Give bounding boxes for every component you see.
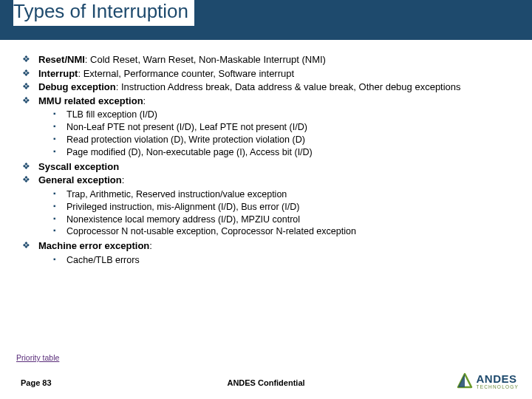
item-bold: Syscall exception bbox=[38, 161, 119, 172]
item-bold: MMU related exception bbox=[38, 95, 143, 106]
sub-item: Nonexistence local memory address (I/D),… bbox=[53, 214, 516, 226]
logo-brand: ANDES bbox=[476, 372, 516, 385]
page-title: Types of Interruption bbox=[13, 0, 194, 26]
item-bold: Interrupt bbox=[38, 68, 78, 79]
item-bold: Debug exception bbox=[38, 81, 116, 92]
priority-table-link[interactable]: Priority table bbox=[16, 353, 59, 362]
content-area: Reset/NMI: Cold Reset, Warn Reset, Non-M… bbox=[0, 40, 532, 267]
list-item: Syscall exception bbox=[22, 160, 516, 174]
sub-item: Page modified (D), Non-executable page (… bbox=[53, 146, 516, 159]
main-list: Reset/NMI: Cold Reset, Warn Reset, Non-M… bbox=[16, 53, 516, 267]
sub-item: Non-Leaf PTE not present (I/D), Leaf PTE… bbox=[53, 121, 516, 134]
page-number: Page 83 bbox=[21, 378, 52, 387]
sub-item: Read protection violation (D), Write pro… bbox=[53, 134, 516, 146]
item-rest: : bbox=[122, 174, 125, 185]
sub-item: Cache/TLB errors bbox=[53, 254, 516, 267]
list-item: MMU related exception: TLB fill exceptio… bbox=[22, 95, 516, 159]
item-rest: : Instruction Address break, Data addres… bbox=[116, 81, 461, 92]
sub-list: TLB fill exception (I/D) Non-Leaf PTE no… bbox=[38, 109, 516, 159]
logo-icon bbox=[455, 371, 474, 390]
item-rest: : bbox=[143, 95, 146, 106]
item-rest: : bbox=[149, 240, 152, 251]
item-rest: : Cold Reset, Warn Reset, Non-Maskable I… bbox=[85, 54, 326, 65]
sub-item: Privileged instruction, mis-Alignment (I… bbox=[53, 201, 516, 214]
item-rest: : External, Performance counter, Softwar… bbox=[78, 68, 294, 79]
sub-item: TLB fill exception (I/D) bbox=[53, 109, 516, 121]
list-item: Reset/NMI: Cold Reset, Warn Reset, Non-M… bbox=[22, 53, 516, 66]
item-bold: Machine error exception bbox=[38, 240, 149, 251]
item-bold: General exception bbox=[38, 174, 122, 185]
andes-logo: ANDES TECHNOLOGY bbox=[455, 371, 519, 390]
sub-list: Trap, Arithmetic, Reserved instruction/v… bbox=[38, 188, 516, 239]
title-bar: Types of Interruption bbox=[0, 0, 532, 40]
item-bold: Reset/NMI bbox=[38, 54, 85, 65]
list-item: General exception: Trap, Arithmetic, Res… bbox=[22, 174, 516, 238]
list-item: Machine error exception: Cache/TLB error… bbox=[22, 239, 516, 266]
sub-item: Coprocessor N not-usable exception, Copr… bbox=[53, 225, 516, 238]
logo-sub: TECHNOLOGY bbox=[476, 384, 519, 389]
sub-item: Trap, Arithmetic, Reserved instruction/v… bbox=[53, 188, 516, 201]
list-item: Debug exception: Instruction Address bre… bbox=[22, 81, 516, 94]
logo-text-wrap: ANDES TECHNOLOGY bbox=[476, 372, 519, 389]
list-item: Interrupt: External, Performance counter… bbox=[22, 67, 516, 81]
footer: Page 83 ANDES Confidential ANDES TECHNOL… bbox=[0, 368, 532, 390]
sub-list: Cache/TLB errors bbox=[38, 254, 516, 267]
confidential-label: ANDES Confidential bbox=[227, 378, 304, 387]
